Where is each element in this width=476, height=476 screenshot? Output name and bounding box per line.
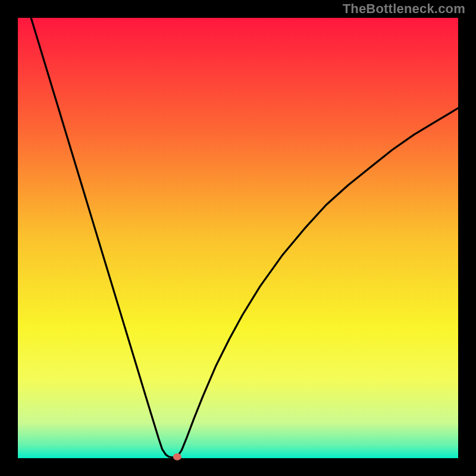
chart-container: TheBottleneck.com <box>0 0 476 476</box>
watermark-text: TheBottleneck.com <box>343 1 465 17</box>
plot-background <box>18 18 458 458</box>
optimal-point-marker <box>173 453 181 461</box>
bottleneck-chart <box>0 0 476 476</box>
